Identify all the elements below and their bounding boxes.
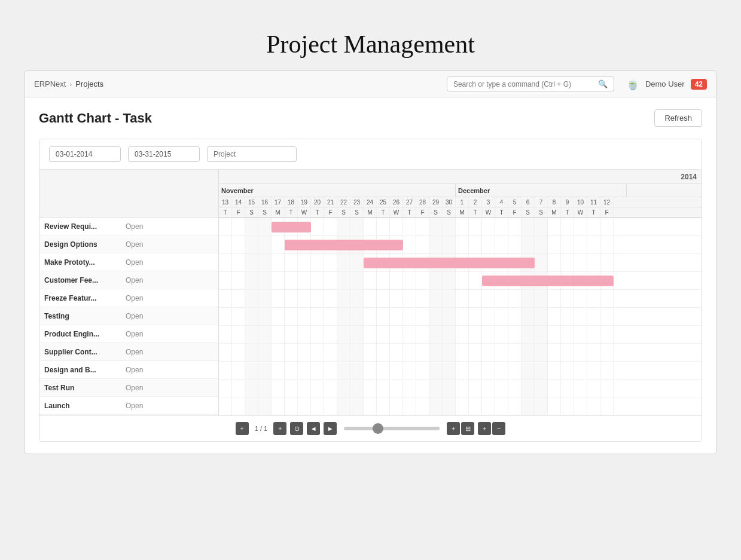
- task-name: Design Options: [44, 240, 122, 249]
- day-cell: 26: [390, 197, 403, 207]
- grid-cell: [285, 362, 298, 379]
- zoom-slider[interactable]: [344, 427, 440, 430]
- grid-cell: [574, 254, 587, 271]
- grid-row: [219, 326, 702, 344]
- breadcrumb: ERPNext › Projects: [34, 79, 103, 88]
- grid-cell: [403, 290, 416, 307]
- user-name[interactable]: Demo User: [645, 79, 685, 88]
- grid-cell: [377, 290, 390, 307]
- grid-cell: [535, 380, 548, 397]
- grid-cell: [350, 326, 364, 343]
- dayname-cell: W: [574, 207, 587, 217]
- left-shift-btn[interactable]: ◄: [307, 422, 320, 435]
- grid-cell: [311, 218, 324, 235]
- grid-cell: [285, 254, 298, 271]
- grid-cell: [574, 380, 587, 397]
- grid-rows: [219, 218, 702, 415]
- grid-cell: [482, 326, 495, 343]
- grid-cell: [429, 308, 443, 325]
- notification-badge[interactable]: 42: [691, 79, 707, 90]
- grid-cell: [403, 236, 416, 253]
- grid-cell: [390, 290, 403, 307]
- refresh-button[interactable]: Refresh: [654, 109, 702, 127]
- search-icon: 🔍: [598, 79, 608, 88]
- zoom-in-more-btn[interactable]: ⊞: [461, 422, 474, 435]
- nav-projects[interactable]: Projects: [75, 79, 103, 88]
- grid-cell: [324, 254, 337, 271]
- project-input[interactable]: [207, 146, 297, 162]
- grid-cell: [561, 308, 574, 325]
- grid-cell: [429, 380, 443, 397]
- task-status: Open: [126, 312, 143, 320]
- next-page-btn[interactable]: +: [273, 422, 286, 435]
- grid-cell: [548, 326, 561, 343]
- grid-cell: [600, 344, 614, 361]
- grid-cell: [403, 326, 416, 343]
- slider-thumb[interactable]: [373, 423, 383, 434]
- grid-cell: [377, 218, 390, 235]
- grid-cell: [522, 380, 535, 397]
- day-cell: 4: [495, 197, 508, 207]
- grid-cell: [561, 290, 574, 307]
- right-shift-btn[interactable]: ►: [324, 422, 337, 435]
- grid-cell: [337, 397, 350, 415]
- gantt-bar[interactable]: [364, 258, 535, 268]
- grid-cell: [298, 308, 311, 325]
- grid-cell: [403, 362, 416, 379]
- gantt-bar[interactable]: [272, 222, 311, 232]
- end-date-input[interactable]: [128, 146, 200, 162]
- grid-cell: [548, 308, 561, 325]
- grid-cell: [495, 362, 508, 379]
- search-bar[interactable]: 🔍: [447, 76, 614, 91]
- grid-cell: [561, 326, 574, 343]
- grid-cell: [508, 362, 522, 379]
- grid-cell: [232, 308, 245, 325]
- year-label: 2014: [681, 173, 697, 181]
- grid-cell: [390, 308, 403, 325]
- grid-cell: [219, 236, 232, 253]
- grid-cell: [298, 290, 311, 307]
- zoom-out-more-btn[interactable]: −: [492, 422, 505, 435]
- clock-btn[interactable]: ⊙: [290, 422, 303, 435]
- zoom-in-btn[interactable]: +: [447, 422, 460, 435]
- day-cell: 14: [232, 197, 245, 207]
- grid-cell: [232, 218, 245, 235]
- grid-cell: [232, 236, 245, 253]
- grid-cell: [350, 218, 364, 235]
- grid-cell: [337, 326, 350, 343]
- zoom-out-btn[interactable]: +: [478, 422, 491, 435]
- grid-cell: [298, 272, 311, 289]
- start-date-input[interactable]: [49, 146, 121, 162]
- grid-cell: [429, 218, 443, 235]
- grid-cell: [232, 362, 245, 379]
- grid-cell: [219, 308, 232, 325]
- grid-cell: [337, 344, 350, 361]
- grid-cell: [482, 362, 495, 379]
- grid-cell: [469, 290, 482, 307]
- user-area: 🍵 Demo User 42: [626, 78, 707, 91]
- task-name: Testing: [44, 312, 122, 320]
- grid-cell: [390, 272, 403, 289]
- page-header: Gantt Chart - Task Refresh: [39, 109, 702, 127]
- content-area: Gantt Chart - Task Refresh Review Requi: [25, 97, 716, 454]
- day-cell: 29: [429, 197, 443, 207]
- search-input[interactable]: [453, 80, 594, 88]
- prev-page-btn[interactable]: +: [236, 422, 249, 435]
- grid-cell: [285, 380, 298, 397]
- gantt-bar[interactable]: [285, 240, 403, 250]
- grid-cell: [508, 344, 522, 361]
- task-name: Freeze Featur...: [44, 294, 122, 302]
- task-row: Design and B... Open: [39, 361, 218, 379]
- nav-erpnext[interactable]: ERPNext: [34, 79, 66, 88]
- grid-cell: [522, 397, 535, 415]
- grid-cell: [258, 254, 272, 271]
- gantt-table: Review Requi... Open Design Options Open…: [39, 170, 702, 415]
- grid-cell: [574, 308, 587, 325]
- grid-cell: [258, 344, 272, 361]
- grid-cell: [416, 326, 429, 343]
- gantt-bar[interactable]: [482, 276, 614, 286]
- dayname-cell: T: [587, 207, 600, 217]
- grid-cell: [258, 290, 272, 307]
- grid-cell: [574, 397, 587, 415]
- grid-row: [219, 344, 702, 362]
